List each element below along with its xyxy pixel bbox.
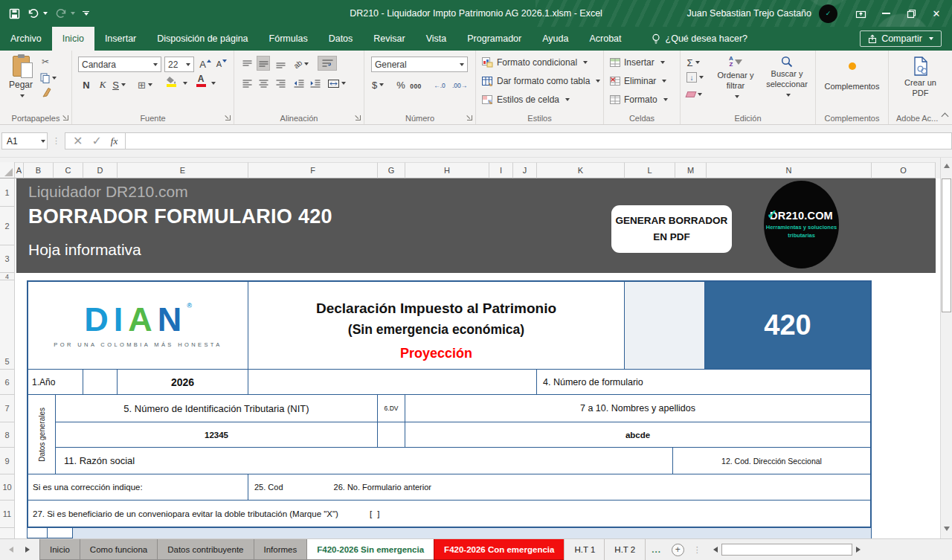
wrap-text-button[interactable] xyxy=(318,56,337,71)
bold-button[interactable]: N xyxy=(80,77,93,92)
share-button[interactable]: Compartir xyxy=(860,30,942,47)
sheet-tab-inicio[interactable]: Inicio xyxy=(39,539,80,560)
horizontal-scroll-thumb[interactable] xyxy=(721,544,852,556)
year-value-cell[interactable]: 2026 xyxy=(118,370,248,395)
insert-cells-button[interactable]: Insertar xyxy=(610,57,665,68)
borders-button[interactable]: ⊞ xyxy=(138,77,152,92)
format-painter-button[interactable] xyxy=(42,88,52,98)
row-header-7[interactable]: 7 xyxy=(0,395,14,422)
cancel-entry-button[interactable]: ✕ xyxy=(73,134,83,148)
orientation-button[interactable]: ab xyxy=(294,57,309,71)
next-sheet-button[interactable] xyxy=(25,547,30,553)
treaty-checkbox[interactable]: [ ] xyxy=(370,509,382,518)
sheet-tab-ht1[interactable]: H.T 1 xyxy=(564,539,605,560)
vertical-scrollbar[interactable] xyxy=(940,158,952,538)
align-middle-button[interactable] xyxy=(257,56,270,71)
font-dialog-launcher[interactable] xyxy=(225,115,231,120)
increase-decimal-button[interactable]: ←.0 xyxy=(433,78,446,93)
new-sheet-button[interactable]: + xyxy=(672,544,684,556)
row-header-8[interactable]: 8 xyxy=(0,422,14,448)
decrease-indent-button[interactable] xyxy=(292,76,306,91)
dv-value-cell[interactable] xyxy=(378,422,405,448)
tab-programador[interactable]: Programador xyxy=(457,27,532,51)
number-dialog-launcher[interactable] xyxy=(467,115,472,120)
tell-me-box[interactable]: ¿Qué desea hacer? xyxy=(652,27,748,51)
fill-button[interactable]: ↓ xyxy=(686,72,704,83)
scroll-down-button[interactable] xyxy=(941,521,952,537)
row-header-6[interactable]: 6 xyxy=(0,370,14,395)
align-left-button[interactable] xyxy=(240,76,254,91)
addins-button[interactable]: Complementos xyxy=(816,62,888,92)
number-format-select[interactable]: General xyxy=(371,57,468,72)
conditional-formatting-button[interactable]: Formato condicional xyxy=(482,57,588,68)
column-header-o[interactable]: O xyxy=(872,162,936,178)
paste-button[interactable]: Pegar xyxy=(4,56,37,100)
column-header-b[interactable]: B xyxy=(24,162,54,178)
user-avatar[interactable]: ✓ xyxy=(819,4,837,23)
grow-font-button[interactable]: A xyxy=(199,57,212,71)
sheet-tab-f420-con-emergencia[interactable]: F420-2026 Con emergencia xyxy=(434,539,565,560)
column-header-l[interactable]: L xyxy=(625,162,675,178)
row-header-4[interactable]: 4 xyxy=(0,273,14,280)
generate-pdf-button[interactable]: GENERAR BORRADOR EN PDF xyxy=(611,205,732,253)
font-color-dropdown[interactable] xyxy=(209,77,216,88)
row-header-3[interactable]: 3 xyxy=(0,245,14,273)
column-header-f[interactable]: F xyxy=(248,162,378,178)
align-top-button[interactable] xyxy=(240,57,254,71)
vertical-scroll-thumb[interactable] xyxy=(942,178,951,312)
sort-filter-button[interactable]: AZ Ordenar y filtrar xyxy=(712,56,759,102)
column-header-m[interactable]: M xyxy=(675,162,707,178)
font-name-select[interactable]: Candara xyxy=(78,57,161,72)
tab-ayuda[interactable]: Ayuda xyxy=(532,27,579,51)
close-button[interactable]: ✕ xyxy=(924,0,949,27)
underline-button[interactable]: S xyxy=(112,77,126,92)
formula-input[interactable] xyxy=(126,132,952,149)
tab-archivo[interactable]: Archivo xyxy=(0,27,52,51)
column-header-j[interactable]: J xyxy=(513,162,537,178)
fill-color-button[interactable] xyxy=(166,76,176,87)
redo-button[interactable] xyxy=(55,8,75,19)
create-pdf-button[interactable]: Crear un PDF xyxy=(889,57,952,99)
column-header-e[interactable]: E xyxy=(118,162,248,178)
row-header-2[interactable]: 2 xyxy=(0,207,14,245)
align-bottom-button[interactable] xyxy=(274,57,287,71)
delete-cells-button[interactable]: Eliminar xyxy=(610,76,666,86)
row-header-9[interactable]: 9 xyxy=(0,448,14,474)
names-value-cell[interactable]: abcde xyxy=(405,422,870,448)
autosum-button[interactable]: Σ xyxy=(686,55,700,70)
restore-button[interactable] xyxy=(898,0,924,27)
comma-style-button[interactable]: 000 xyxy=(409,79,422,94)
horizontal-scrollbar[interactable] xyxy=(713,544,861,556)
customize-qat-button[interactable] xyxy=(83,11,89,16)
column-header-k[interactable]: K xyxy=(537,162,625,178)
currency-button[interactable]: $ xyxy=(371,77,385,92)
cut-button[interactable]: ✂ xyxy=(42,57,49,67)
row6-empty-cell[interactable] xyxy=(248,370,537,395)
cell-styles-button[interactable]: Estilos de celda xyxy=(482,94,570,105)
user-name[interactable]: Juan Sebastian Trejo Castaño xyxy=(687,8,811,19)
column-header-g[interactable]: G xyxy=(378,162,405,178)
format-as-table-button[interactable]: Dar formato como tabla xyxy=(482,76,600,86)
column-header-c[interactable]: C xyxy=(54,162,83,178)
sheet-tabs-overflow[interactable]: ... xyxy=(646,539,667,560)
font-color-button[interactable]: A xyxy=(196,74,206,87)
save-button[interactable] xyxy=(9,8,20,19)
column-header-d[interactable]: D xyxy=(83,162,118,178)
find-select-button[interactable]: Buscar y seleccionar xyxy=(761,56,813,100)
alignment-dialog-launcher[interactable] xyxy=(356,115,361,120)
tab-revisar[interactable]: Revisar xyxy=(363,27,415,51)
merge-center-button[interactable] xyxy=(328,76,346,91)
decrease-decimal-button[interactable]: .00→ xyxy=(452,78,467,93)
clear-button[interactable] xyxy=(686,91,702,97)
increase-indent-button[interactable] xyxy=(309,76,322,91)
scroll-left-icon[interactable] xyxy=(713,547,718,553)
row-header-5[interactable]: 5 xyxy=(0,280,14,370)
sheet-tab-ht2[interactable]: H.T 2 xyxy=(604,539,646,560)
clipboard-dialog-launcher[interactable] xyxy=(63,115,68,120)
year-spacer-cell[interactable] xyxy=(83,370,118,395)
shrink-font-button[interactable]: A xyxy=(215,57,228,71)
select-all-button[interactable] xyxy=(0,162,15,178)
tab-formulas[interactable]: Fórmulas xyxy=(259,27,318,51)
column-header-i[interactable]: I xyxy=(489,162,513,178)
minimize-button[interactable] xyxy=(873,0,898,27)
